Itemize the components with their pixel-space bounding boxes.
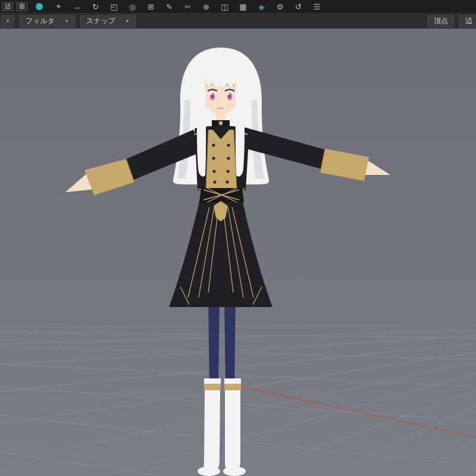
left-boot <box>198 378 221 476</box>
chevron-down-icon: ▼ <box>64 18 69 24</box>
view-menu-icon[interactable]: ☰ <box>309 1 325 12</box>
move-tool-icon[interactable]: ↔ <box>69 1 85 12</box>
draw-tool-icon[interactable]: ✎ <box>161 1 177 12</box>
vest-panel <box>206 130 237 189</box>
view-dropdown-button[interactable]: ▼ <box>1 15 14 27</box>
edge-mode-button[interactable]: 辺 <box>2 2 14 11</box>
sphere-primitive-icon[interactable] <box>36 3 43 10</box>
viewport[interactable] <box>0 29 476 476</box>
viewport-canvas[interactable] <box>0 29 476 476</box>
right-cuff <box>320 149 369 181</box>
snap-dropdown-button[interactable]: スナップ ▼ <box>80 15 136 27</box>
x-axis-line <box>231 384 476 437</box>
snap-label: スナップ <box>86 16 115 26</box>
rotate-tool-icon[interactable]: ↻ <box>87 1 104 12</box>
right-leg-tights <box>224 299 236 386</box>
undo-tool-icon[interactable]: ↺ <box>290 1 306 12</box>
scale-tool-icon[interactable]: ◰ <box>106 1 122 12</box>
snap-magnet-tool-icon[interactable]: ◎ <box>124 1 140 12</box>
grid-toggle-icon[interactable]: ⊞ <box>143 1 159 12</box>
edge-select-button[interactable]: 辺 <box>459 15 476 27</box>
settings-tool-icon[interactable]: ⚙ <box>272 1 288 12</box>
filter-label: フィルタ <box>26 16 55 26</box>
axis-lines <box>217 384 476 476</box>
vertex-select-button[interactable]: 頂点 <box>428 15 454 27</box>
top-toolbar: 辺 面 ⌖ ↔ ↻ ◰ ◎ ⊞ ✎ ✂ ⊗ ◫ ▦ ◈ ⚙ ↺ ☰ <box>0 0 476 13</box>
left-leg-tights <box>208 299 220 386</box>
material-tool-icon[interactable]: ◈ <box>253 1 270 12</box>
chevron-down-icon: ▼ <box>5 18 10 24</box>
mirror-tool-icon[interactable]: ◫ <box>217 1 233 12</box>
left-cuff <box>84 159 134 195</box>
choker-brooch <box>219 121 223 126</box>
delete-tool-icon[interactable]: ⊗ <box>198 1 214 12</box>
chevron-down-icon: ▼ <box>125 18 130 24</box>
filter-dropdown-button[interactable]: フィルタ ▼ <box>20 15 75 27</box>
secondary-toolbar: ▼ フィルタ ▼ スナップ ▼ 頂点 辺 <box>0 13 476 29</box>
vertex-label: 頂点 <box>434 16 448 26</box>
mesh-tool-icon[interactable]: ▦ <box>235 1 251 12</box>
edge-label: 辺 <box>465 16 472 26</box>
knife-tool-icon[interactable]: ✂ <box>180 1 196 12</box>
select-tool-icon[interactable]: ⌖ <box>51 1 67 12</box>
face-mode-button[interactable]: 面 <box>16 2 28 11</box>
right-boot <box>223 378 246 476</box>
